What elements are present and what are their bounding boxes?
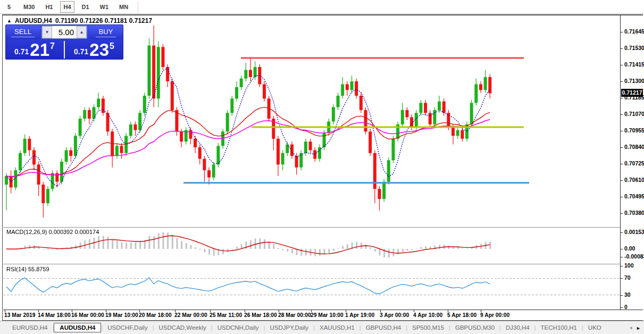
price-axis-label-tick (621, 197, 623, 197)
price-axis-label-tick (621, 81, 623, 82)
price-axis-label-tick (621, 65, 623, 65)
chart-tab-xauusd-h1[interactable]: XAUUSD,H1 (315, 323, 359, 332)
toolbar-separator (138, 1, 138, 13)
caret-up-icon: ▲ (80, 30, 84, 35)
price-axis-label: 0.71530 (624, 45, 644, 51)
trade-panel-price-row: 0.71 21 7 0.71 23 5 (5, 40, 123, 60)
time-axis-label: 16 Mar 00:00 (71, 312, 104, 318)
rsi-axis-label: 30 (624, 291, 631, 298)
volume-increase-button[interactable]: ▲ (77, 26, 87, 38)
rsi-label: RSI(14) 55.8759 (6, 266, 49, 272)
price-axis-label: 0.70955 (624, 127, 644, 133)
volume-decrease-button[interactable]: ▼ (42, 26, 52, 38)
symbol-title: AUDUSD,H4 (15, 17, 52, 24)
price-axis-label-tick (621, 114, 623, 115)
timeframe-button-h1[interactable]: H1 (42, 1, 56, 13)
price-axis-label: 0.71415 (624, 61, 644, 68)
chart-tab-usdcnh-daily[interactable]: USDCNH,Daily (213, 323, 264, 332)
price-axis-label: 0.70495 (624, 193, 644, 199)
price-axis-label-tick (621, 180, 623, 181)
time-axis-label: 19 Mar 10:00 (105, 312, 138, 318)
time-axis-label: 1 Apr 19:00 (345, 312, 374, 318)
time-axis-label: 3 Apr 00:00 (380, 312, 409, 318)
time-axis-label: 26 Mar 18:00 (244, 312, 277, 318)
buy-button-label: BUY (96, 28, 116, 37)
ohlc-values: 0.71190 0.71226 0.71181 0.71217 (55, 17, 152, 24)
buy-price-big: 23 (89, 42, 109, 58)
rsi-axis-label-tick (621, 266, 623, 266)
current-price-badge: 0.71217 (621, 89, 643, 97)
price-axis-label-tick (621, 131, 623, 131)
macd-label: MACD(12,26,9) 0.000392 0.000174 (6, 229, 99, 235)
chart-tab-usdchf-daily[interactable]: USDCHF,Daily (103, 323, 152, 332)
buy-price[interactable]: 0.71 23 5 (65, 40, 123, 60)
time-axis-label: 5 Apr 18:00 (447, 312, 476, 318)
price-axis-label: 0.71300 (624, 78, 644, 84)
time-axis-label: 13 Mar 2019 (4, 312, 35, 318)
rsi-axis-label: 100 (624, 262, 634, 269)
timeframe-button-5[interactable]: 5 (2, 1, 16, 13)
chart-tab-uko[interactable]: UKO (583, 323, 606, 332)
price-axis-label-tick (621, 98, 623, 98)
chart-header: ▲ AUDUSD,H4 0.71190 0.71226 0.71181 0.71… (7, 17, 152, 24)
volume-spinner: ▼ 5.00 ▲ (41, 26, 87, 39)
macd-axis-label-tick (621, 232, 623, 233)
chart-tab-gbpusd-h4[interactable]: GBPUSD,H4 (361, 323, 406, 332)
chart-tab-usdjpy-daily[interactable]: USDJPY,Daily (265, 323, 313, 332)
timeframe-button-mn[interactable]: MN (116, 1, 131, 13)
macd-axis-label-tick (621, 257, 623, 257)
chart-tab-tech100-h1[interactable]: TECH100,H1 (536, 323, 582, 332)
sell-price[interactable]: 0.71 21 7 (5, 40, 64, 60)
collapse-panel-icon[interactable]: ▲ (7, 18, 12, 23)
price-axis-label: 0.70610 (624, 177, 644, 183)
time-axis-label: 25 Mar 11:00 (210, 312, 242, 318)
sell-price-big: 21 (30, 42, 49, 58)
rsi-axis-label-tick (621, 278, 623, 279)
time-axis-label: 28 Mar 00:00 (278, 312, 311, 318)
tab-scroll-right-icon[interactable]: ► (636, 325, 641, 331)
time-axis-label: 29 Mar 10:00 (311, 312, 344, 318)
time-axis-label: 4 Apr 10:00 (413, 312, 442, 318)
price-axis-label: 0.71645 (624, 28, 644, 35)
tab-scroll-controls: ◄ ► (627, 321, 642, 334)
price-axis-label: 0.70840 (624, 144, 644, 150)
time-axis-label: 20 Mar 18:00 (139, 312, 172, 318)
time-axis-label: 9 Apr 00:00 (480, 312, 509, 318)
buy-button[interactable]: BUY (89, 25, 123, 39)
macd-axis-label: 0.001538 (624, 229, 644, 235)
timeframe-button-m30[interactable]: M30 (20, 1, 38, 13)
timeframe-toolbar: 5M30H1H4D1W1MN (0, 0, 644, 14)
time-axis-label: 22 Mar 00:00 (174, 312, 207, 318)
tab-scroll-left-icon[interactable]: ◄ (629, 325, 633, 330)
volume-value[interactable]: 5.00 (52, 28, 77, 37)
price-axis-label: 0.71070 (624, 111, 644, 117)
chart-tab-gbpusd-m30[interactable]: GBPUSD,M30 (450, 323, 499, 332)
price-axis-label-tick (621, 213, 623, 214)
rsi-axis-label: 70 (624, 274, 631, 281)
price-axis: 0.716450.715300.714150.713000.711850.710… (620, 15, 643, 310)
timeframe-button-d1[interactable]: D1 (79, 1, 93, 13)
price-axis-label: 0.70380 (624, 210, 644, 216)
macd-axis-label: -0.000835 (624, 253, 644, 260)
time-axis-label: 14 Mar 18:00 (38, 312, 71, 318)
chart-tab-audusd-h4[interactable]: AUDUSD,H4 (54, 323, 101, 332)
buy-price-prefix: 0.71 (74, 47, 88, 56)
sell-button-label: SELL (11, 28, 35, 37)
chart-tab-eurusd-h4[interactable]: EURUSD,H4 (7, 323, 52, 332)
timeframe-button-w1[interactable]: W1 (97, 1, 112, 13)
one-click-trading-panel: SELL ▼ 5.00 ▲ BUY 0.71 21 7 0.71 23 5 (5, 24, 123, 60)
macd-axis-label: 0.00 (624, 245, 635, 252)
buy-price-pip: 5 (110, 41, 114, 51)
price-axis-label-tick (621, 147, 623, 148)
price-axis-label-tick (621, 164, 623, 164)
sell-button[interactable]: SELL (6, 25, 40, 39)
chart-tab-usdcad-weekly[interactable]: USDCAD,Weekly (154, 323, 211, 332)
price-axis-label-tick (621, 48, 623, 49)
chart-tab-dj30-h4[interactable]: DJ30,H4 (501, 323, 534, 332)
chart-tab-bar: EURUSD,H4|AUDUSD,H4|USDCHF,Daily|USDCAD,… (0, 321, 644, 334)
time-axis: 13 Mar 201914 Mar 18:0016 Mar 00:0019 Ma… (3, 310, 643, 320)
price-axis-label-tick (621, 32, 623, 32)
chart-tab-sp500-m15[interactable]: SP500,M15 (407, 323, 449, 332)
trade-panel-top-row: SELL ▼ 5.00 ▲ BUY (5, 24, 123, 40)
timeframe-button-h4[interactable]: H4 (60, 1, 74, 13)
